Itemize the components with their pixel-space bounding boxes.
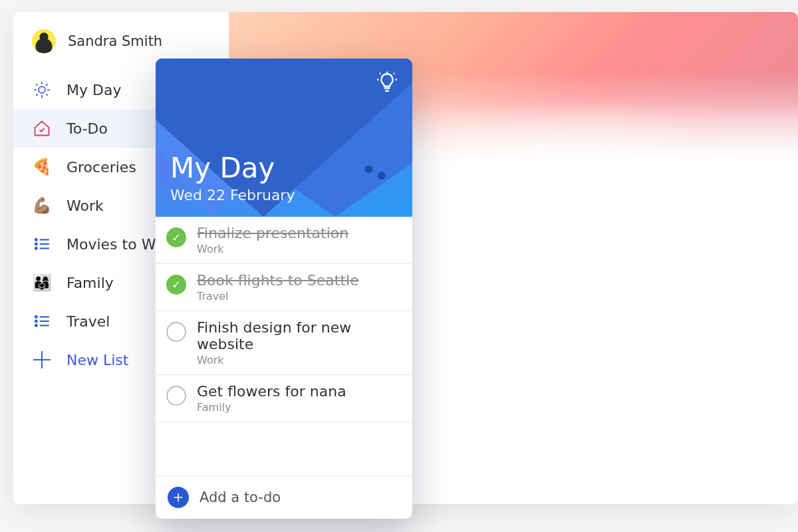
- family-icon: 👨‍👩‍👧: [32, 273, 52, 293]
- svg-point-0: [39, 86, 45, 93]
- task-list-label: Work: [197, 243, 348, 255]
- svg-line-6: [46, 94, 47, 95]
- svg-point-17: [35, 321, 37, 323]
- sun-icon: [32, 80, 52, 100]
- task-list-label: Work: [197, 354, 399, 366]
- suggestions-button[interactable]: [375, 70, 399, 94]
- myday-hero: My Day Wed 22 February: [156, 59, 412, 217]
- task-list-label: Travel: [197, 290, 359, 303]
- myday-task-row[interactable]: ✓ Finalize presentation Work: [156, 217, 412, 264]
- svg-point-15: [35, 316, 37, 318]
- plus-circle-icon: ＋: [168, 487, 189, 508]
- user-name: Sandra Smith: [68, 33, 162, 49]
- bullets-icon: [32, 311, 52, 331]
- myday-card: My Day Wed 22 February ✓ Finalize presen…: [156, 59, 412, 519]
- task-title: Finish design for new website: [197, 319, 399, 352]
- svg-line-25: [394, 73, 394, 74]
- svg-line-8: [46, 84, 47, 85]
- myday-task-list: ✓ Finalize presentation Work ✓ Book flig…: [156, 217, 412, 475]
- svg-point-13: [35, 247, 37, 249]
- home-icon: [32, 118, 52, 138]
- plus-icon: [32, 350, 52, 370]
- task-checkbox[interactable]: ✓: [166, 227, 186, 247]
- task-title: Get flowers for nana: [197, 383, 346, 400]
- myday-title: My Day: [170, 154, 398, 183]
- bullets-icon: [32, 234, 52, 254]
- svg-point-19: [35, 325, 37, 327]
- myday-date: Wed 22 February: [170, 187, 398, 203]
- task-list-label: Family: [197, 401, 346, 414]
- pizza-icon: 🍕: [32, 157, 52, 177]
- task-checkbox[interactable]: ✓: [166, 275, 186, 295]
- svg-line-7: [36, 94, 37, 95]
- task-title: Book flights to Seattle: [197, 272, 359, 289]
- svg-line-5: [36, 84, 37, 85]
- task-checkbox[interactable]: [166, 322, 186, 342]
- myday-task-row[interactable]: ✓ Book flights to Seattle Travel: [156, 264, 412, 311]
- task-title: Finalize presentation: [197, 225, 348, 241]
- add-todo-button[interactable]: ＋ Add a to-do: [156, 475, 412, 519]
- add-todo-label: Add a to-do: [200, 489, 281, 505]
- muscle-icon: 💪🏽: [32, 196, 52, 215]
- task-checkbox[interactable]: [166, 386, 186, 406]
- svg-point-9: [35, 239, 37, 241]
- svg-line-24: [380, 73, 380, 74]
- svg-point-11: [35, 243, 37, 245]
- myday-task-row[interactable]: Finish design for new website Work: [156, 311, 412, 375]
- avatar: [32, 29, 56, 53]
- myday-task-row[interactable]: Get flowers for nana Family: [156, 375, 412, 422]
